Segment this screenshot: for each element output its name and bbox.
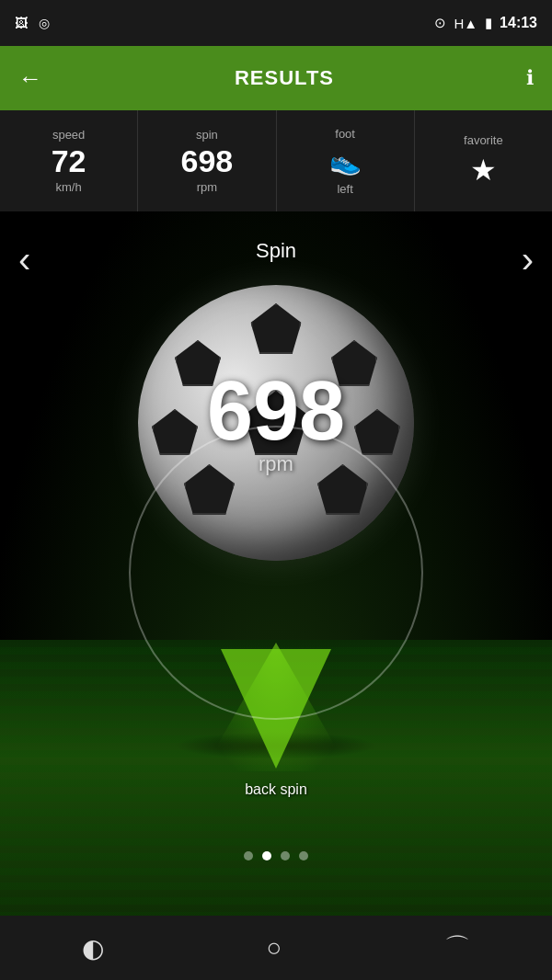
foot-stat: foot 👟 left xyxy=(277,110,415,211)
foot-value: left xyxy=(337,182,352,196)
battery-icon: ▮ xyxy=(485,15,492,31)
page-dot-1[interactable] xyxy=(244,851,253,860)
view-label: Spin xyxy=(256,239,296,263)
speed-unit: km/h xyxy=(56,180,82,194)
status-time: 14:13 xyxy=(500,15,537,31)
nav-left-button[interactable]: ‹ xyxy=(18,239,30,280)
back-button[interactable]: ← xyxy=(18,64,42,93)
favorite-label: favorite xyxy=(464,133,503,147)
bottom-nav-bar: ◐ ○ ⌒ xyxy=(0,916,552,980)
status-left-icons: 🖼 ◎ xyxy=(15,16,50,30)
page-title: RESULTS xyxy=(235,66,334,90)
cast-icon: ⊙ xyxy=(434,15,446,31)
foot-icon: 👟 xyxy=(329,146,362,177)
signal-icon: H▲ xyxy=(454,16,477,31)
page-dot-3[interactable] xyxy=(281,851,290,860)
status-right-icons: ⊙ H▲ ▮ 14:13 xyxy=(434,15,537,31)
favorite-star-icon[interactable]: ★ xyxy=(470,153,497,188)
page-indicators xyxy=(244,851,308,860)
favorite-stat[interactable]: favorite ★ xyxy=(415,110,552,211)
speed-label: speed xyxy=(52,128,85,142)
home-nav-button[interactable]: ○ xyxy=(267,933,282,963)
nav-right-button[interactable]: › xyxy=(522,239,534,280)
speed-value: 72 xyxy=(52,145,86,177)
foot-label: foot xyxy=(335,127,355,141)
image-icon: 🖼 xyxy=(15,16,28,30)
back-nav-button[interactable]: ◐ xyxy=(82,933,104,963)
recent-nav-button[interactable]: ⌒ xyxy=(444,930,470,965)
back-spin-label: back spin xyxy=(245,781,307,798)
spin-circle xyxy=(129,426,423,720)
status-bar: 🖼 ◎ ⊙ H▲ ▮ 14:13 xyxy=(0,0,552,46)
spin-unit: rpm xyxy=(197,180,217,194)
top-bar: ← RESULTS ℹ xyxy=(0,46,552,110)
stats-bar: speed 72 km/h spin 698 rpm foot 👟 left f… xyxy=(0,110,552,211)
share-button[interactable]: ℹ xyxy=(526,66,534,90)
spin-value: 698 xyxy=(181,145,234,177)
main-area: ‹ Spin › 698 rpm back spin xyxy=(0,211,552,934)
spin-label: spin xyxy=(196,128,218,142)
spin-stat: spin 698 rpm xyxy=(138,110,276,211)
instagram-icon: ◎ xyxy=(39,16,50,30)
speed-stat: speed 72 km/h xyxy=(0,110,138,211)
page-dot-2[interactable] xyxy=(262,851,271,860)
page-dot-4[interactable] xyxy=(299,851,308,860)
